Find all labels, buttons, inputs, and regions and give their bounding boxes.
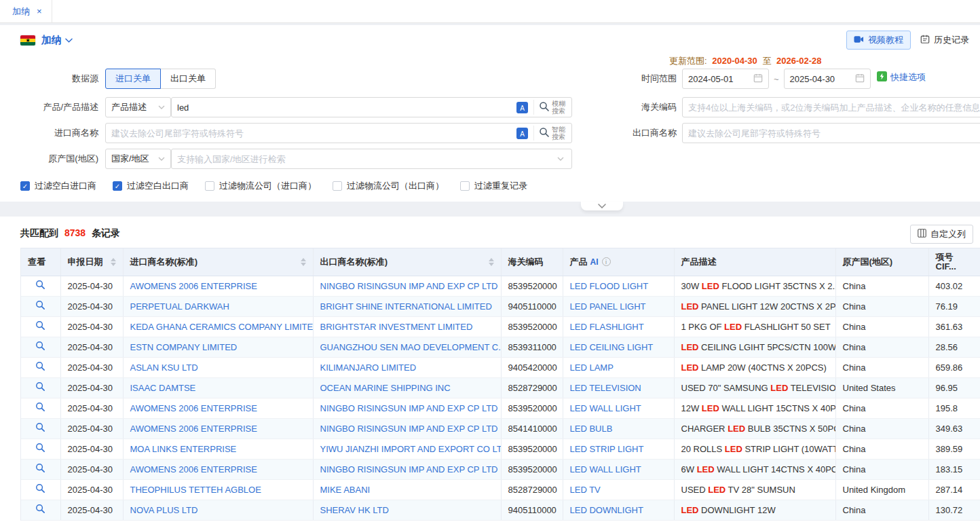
product-search-input[interactable] [177, 102, 513, 113]
history-button[interactable]: 历史记录 [920, 34, 969, 46]
view-detail-icon[interactable] [35, 300, 45, 310]
product-cell: LED WALL LIGHT [563, 398, 674, 418]
importer-link[interactable]: ASLAN KSU LTD [130, 362, 198, 373]
view-detail-icon[interactable] [35, 280, 45, 290]
hscode-cell: 8541410000 [501, 418, 563, 439]
customize-columns-button[interactable]: 自定义列 [910, 225, 973, 244]
checkbox-checked-icon[interactable]: ✓ [20, 181, 30, 191]
exporter-link[interactable]: SHERAV HK LTD [320, 505, 389, 515]
exporter-link[interactable]: NINGBO RISINGSUN IMP AND EXP CP LTD [320, 424, 498, 434]
tab-close-icon[interactable]: × [37, 7, 42, 16]
quick-options-button[interactable]: 快捷选项 [877, 71, 926, 83]
product-field-select[interactable]: 产品描述 [105, 97, 171, 117]
view-detail-icon[interactable] [35, 443, 45, 453]
filter-checkbox[interactable]: ✓过滤空白进口商 [20, 180, 96, 192]
fuzzy-search-button[interactable]: 模糊搜索 [533, 100, 567, 115]
svg-text:A: A [520, 104, 525, 111]
sort-icon[interactable] [107, 258, 116, 266]
exporter-link[interactable]: MIKE ABANI [320, 485, 371, 495]
product-link[interactable]: LED PANEL LIGHT [570, 301, 646, 312]
column-header[interactable]: 项号CIF... [928, 248, 980, 276]
translate-icon[interactable]: A [516, 102, 528, 113]
tab-import-declarations[interactable]: 进口关单 [105, 69, 161, 89]
hs-code-input[interactable] [682, 97, 980, 117]
view-detail-icon[interactable] [35, 504, 45, 514]
column-header[interactable]: 申报日期 [60, 248, 123, 276]
country-title[interactable]: 加纳 [41, 34, 62, 47]
product-link[interactable]: LED TELEVISION [570, 383, 641, 393]
checkbox-checked-icon[interactable]: ✓ [113, 181, 122, 191]
view-detail-icon[interactable] [35, 422, 45, 432]
importer-input[interactable] [111, 128, 513, 138]
view-detail-icon[interactable] [35, 341, 45, 351]
collapse-toggle[interactable] [581, 202, 623, 210]
product-link[interactable]: LED DOWNLIGHT [570, 505, 643, 515]
product-link[interactable]: LED TV [570, 485, 601, 495]
product-cell: LED DOWNLIGHT [563, 500, 674, 520]
checkbox-unchecked-icon[interactable] [460, 181, 470, 191]
column-header[interactable]: 出口商名称(标准) [313, 248, 501, 276]
exporter-link[interactable]: NINGBO RISINGSUN IMP AND EXP CP LTD [320, 281, 498, 291]
filter-checkbox[interactable]: 过滤物流公司（出口商） [333, 180, 444, 192]
importer-link[interactable]: AWOMENS 2006 ENTERPRISE [130, 464, 257, 474]
smart-search-button[interactable]: 智能搜索 [533, 126, 567, 141]
tab-ghana[interactable]: 加纳 × [0, 0, 52, 22]
product-link[interactable]: LED FLOOD LIGHT [570, 281, 649, 291]
exporter-link[interactable]: BRIGHT SHINE INTERNATIONAL LIMITED [320, 301, 492, 312]
exporter-link[interactable]: GUANGZHOU SEN MAO DEVELOPMENT C... [320, 342, 502, 352]
tab-bar: 加纳 × [0, 0, 980, 23]
tab-export-declarations[interactable]: 出口关单 [161, 69, 216, 89]
product-link[interactable]: LED LAMP [570, 362, 614, 373]
date-end-input[interactable]: 2025-04-30 [784, 69, 871, 89]
product-link[interactable]: LED BULB [570, 424, 613, 434]
table-row: 2025-04-30THEOPHILUS TETTEH AGBLOEMIKE A… [21, 479, 980, 500]
checkbox-unchecked-icon[interactable] [333, 181, 342, 191]
view-detail-icon[interactable] [35, 381, 45, 392]
exporter-link[interactable]: YIWU JIANZHI IMPORT AND EXPORT CO LTD [320, 444, 502, 454]
product-link[interactable]: LED STRIP LIGHT [570, 444, 644, 454]
panel-header: ★ 加纳 视频教程 历史记录 [0, 25, 980, 55]
info-icon[interactable]: i [602, 257, 611, 266]
view-detail-icon[interactable] [35, 402, 45, 412]
view-detail-icon[interactable] [35, 361, 45, 371]
exporter-input[interactable] [682, 123, 980, 143]
exporter-cell: GUANGZHOU SEN MAO DEVELOPMENT C... [313, 337, 501, 357]
filter-checkbox[interactable]: ✓过滤空白出口商 [113, 180, 189, 192]
importer-link[interactable]: MOA LINKS ENTERPRISE [130, 444, 237, 454]
importer-link[interactable]: KEDA GHANA CERAMICS COMPANY LIMITED [130, 322, 314, 332]
importer-link[interactable]: AWOMENS 2006 ENTERPRISE [130, 424, 257, 434]
sort-icon[interactable] [485, 258, 494, 266]
product-link[interactable]: LED FLASHLIGHT [570, 322, 644, 332]
filter-checkbox[interactable]: 过滤重复记录 [460, 180, 527, 192]
video-tutorial-button[interactable]: 视频教程 [846, 31, 911, 50]
view-detail-icon[interactable] [35, 463, 45, 473]
exporter-link[interactable]: BRIGHTSTAR INVESTMENT LIMITED [320, 322, 473, 332]
importer-link[interactable]: PERPETUAL DARKWAH [130, 301, 229, 312]
product-link[interactable]: LED WALL LIGHT [570, 464, 641, 474]
exporter-link[interactable]: OCEAN MARINE SHIPPING INC [320, 383, 451, 393]
sort-icon[interactable] [297, 258, 306, 266]
importer-link[interactable]: AWOMENS 2006 ENTERPRISE [130, 281, 257, 291]
exporter-link[interactable]: KILIMANJARO LIMITED [320, 362, 417, 373]
product-link[interactable]: LED WALL LIGHT [570, 403, 641, 413]
importer-link[interactable]: NOVA PLUS LTD [130, 505, 198, 515]
importer-link[interactable]: AWOMENS 2006 ENTERPRISE [130, 403, 257, 413]
filter-checkbox[interactable]: 过滤物流公司（进口商） [205, 180, 316, 192]
view-detail-icon[interactable] [35, 320, 45, 331]
translate-icon[interactable]: A [516, 128, 528, 139]
origin-country-input[interactable] [177, 154, 554, 164]
column-header[interactable]: 进口商名称(标准) [123, 248, 313, 276]
importer-link[interactable]: ISAAC DAMTSE [130, 383, 196, 393]
view-detail-icon[interactable] [35, 483, 45, 493]
exporter-link[interactable]: NINGBO RISINGSUN IMP AND EXP CP LTD [320, 403, 498, 413]
date-start-input[interactable]: 2024-05-01 [682, 69, 769, 89]
product-link[interactable]: LED CEILING LIGHT [570, 342, 654, 352]
checkbox-unchecked-icon[interactable] [205, 181, 214, 191]
importer-link[interactable]: ESTN COMPANY LIMITED [130, 342, 238, 352]
chevron-down-icon[interactable] [65, 38, 73, 43]
description-cell: USED LED TV 28" SUMSUN [674, 479, 835, 500]
date-cell: 2025-04-30 [60, 459, 123, 479]
origin-field-select[interactable]: 国家/地区 [105, 149, 171, 169]
exporter-link[interactable]: NINGBO RISINGSUN IMP AND EXP CP LTD [320, 464, 498, 474]
importer-link[interactable]: THEOPHILUS TETTEH AGBLOE [130, 485, 261, 495]
